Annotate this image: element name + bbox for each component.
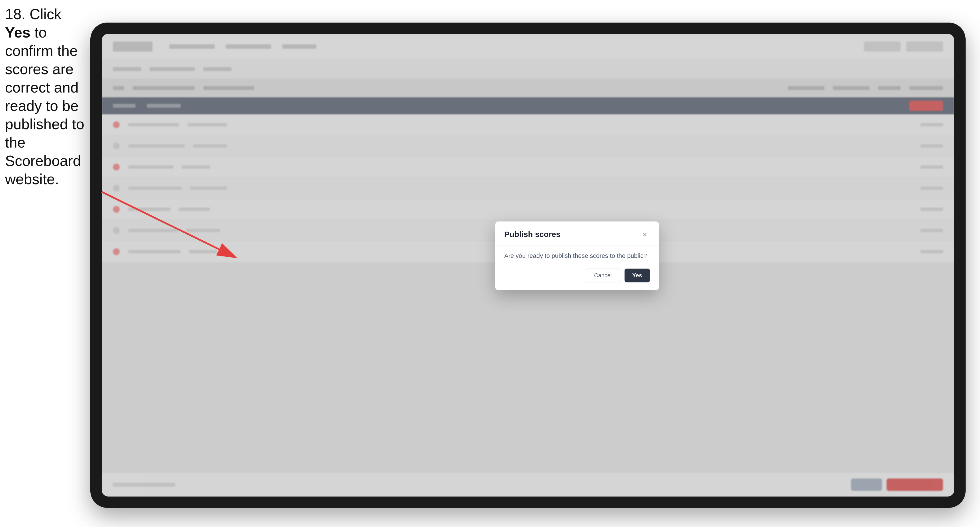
tablet-screen: Publish scores × Are you ready to publis… <box>102 34 954 497</box>
publish-scores-dialog: Publish scores × Are you ready to publis… <box>495 221 659 290</box>
modal-body: Are you ready to publish these scores to… <box>495 246 659 290</box>
modal-actions: Cancel Yes <box>504 268 650 283</box>
instruction-part1: Click <box>25 6 61 22</box>
modal-wrapper: Publish scores × Are you ready to publis… <box>495 221 659 290</box>
bold-yes: Yes <box>5 24 30 41</box>
cancel-button[interactable]: Cancel <box>586 268 620 283</box>
modal-message: Are you ready to publish these scores to… <box>504 252 650 260</box>
instruction-text: 18. Click Yes to confirm the scores are … <box>5 5 87 189</box>
modal-close-button[interactable]: × <box>640 229 650 240</box>
step-number: 18. <box>5 6 25 22</box>
modal-title: Publish scores <box>504 230 560 239</box>
close-icon: × <box>643 230 647 239</box>
tablet-device: Publish scores × Are you ready to publis… <box>90 22 966 508</box>
instruction-part2: to confirm the scores are correct and re… <box>5 24 84 187</box>
modal-header: Publish scores × <box>495 221 659 246</box>
yes-button[interactable]: Yes <box>625 268 650 283</box>
modal-overlay: Publish scores × Are you ready to publis… <box>102 34 954 497</box>
